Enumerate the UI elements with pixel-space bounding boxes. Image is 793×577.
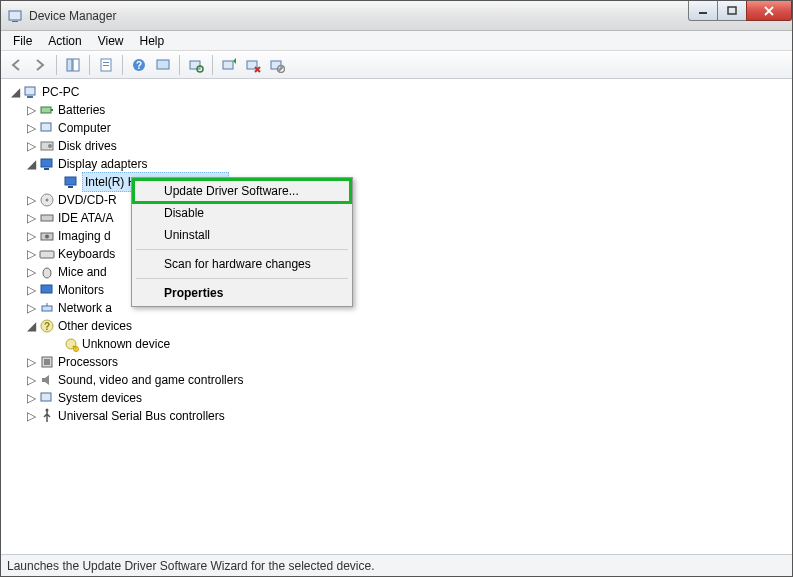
statusbar: Launches the Update Driver Software Wiza… xyxy=(1,554,792,576)
tree-label: Keyboards xyxy=(58,245,115,263)
tree-label: Display adapters xyxy=(58,155,147,173)
tree-label: Universal Serial Bus controllers xyxy=(58,407,225,425)
tree-item-other-devices[interactable]: ◢ ? Other devices xyxy=(5,317,792,335)
svg-rect-28 xyxy=(68,186,73,188)
tree-label: DVD/CD-R xyxy=(58,191,117,209)
expand-icon[interactable]: ▷ xyxy=(25,263,37,281)
svg-rect-21 xyxy=(51,109,53,111)
tree-item-dvd[interactable]: ▷ DVD/CD-R xyxy=(5,191,792,209)
back-button[interactable] xyxy=(5,54,27,76)
expand-icon[interactable]: ▷ xyxy=(25,353,37,371)
tree-item-processors[interactable]: ▷ Processors xyxy=(5,353,792,371)
menu-help[interactable]: Help xyxy=(132,32,173,50)
tree-item-monitors[interactable]: ▷ Monitors xyxy=(5,281,792,299)
tree-item-unknown-device[interactable]: ! Unknown device xyxy=(5,335,792,353)
tree-item-batteries[interactable]: ▷ Batteries xyxy=(5,101,792,119)
tree-item-keyboards[interactable]: ▷ Keyboards xyxy=(5,245,792,263)
expand-icon[interactable]: ▷ xyxy=(25,227,37,245)
network-icon xyxy=(39,300,55,316)
properties-toolbar-button[interactable] xyxy=(95,54,117,76)
sound-icon xyxy=(39,372,55,388)
svg-rect-19 xyxy=(27,96,33,98)
svg-point-35 xyxy=(43,268,51,278)
maximize-button[interactable] xyxy=(717,1,747,21)
tree-label: Mice and xyxy=(58,263,107,281)
svg-rect-26 xyxy=(44,168,49,170)
battery-icon xyxy=(39,102,55,118)
expand-icon[interactable]: ▷ xyxy=(25,119,37,137)
tree-item-disk-drives[interactable]: ▷ Disk drives xyxy=(5,137,792,155)
context-menu: Update Driver Software... Disable Uninst… xyxy=(131,177,353,307)
toolbar-separator xyxy=(89,55,90,75)
svg-rect-34 xyxy=(40,251,54,258)
cm-uninstall[interactable]: Uninstall xyxy=(134,224,350,246)
expand-icon[interactable]: ▷ xyxy=(25,281,37,299)
expand-icon[interactable]: ▷ xyxy=(25,389,37,407)
scan-hardware-button[interactable] xyxy=(185,54,207,76)
statusbar-text: Launches the Update Driver Software Wiza… xyxy=(7,559,375,573)
expand-icon[interactable]: ▷ xyxy=(25,245,37,263)
cm-update-driver[interactable]: Update Driver Software... xyxy=(134,180,350,202)
close-button[interactable] xyxy=(746,1,792,21)
tree-item-sound[interactable]: ▷ Sound, video and game controllers xyxy=(5,371,792,389)
tree-item-imaging[interactable]: ▷ Imaging d xyxy=(5,227,792,245)
collapse-icon[interactable]: ◢ xyxy=(25,317,37,335)
toolbar-separator xyxy=(56,55,57,75)
titlebar: Device Manager xyxy=(1,1,792,31)
tree-item-network[interactable]: ▷ Network a xyxy=(5,299,792,317)
cm-disable[interactable]: Disable xyxy=(134,202,350,224)
cm-scan-hardware[interactable]: Scan for hardware changes xyxy=(134,253,350,275)
view-toolbar-button[interactable] xyxy=(152,54,174,76)
svg-text:?: ? xyxy=(136,60,142,71)
svg-point-30 xyxy=(46,199,49,202)
expand-icon[interactable]: ▷ xyxy=(25,137,37,155)
tree-label: System devices xyxy=(58,389,142,407)
toolbar: ? xyxy=(1,51,792,79)
svg-text:!: ! xyxy=(75,346,76,352)
expand-icon[interactable]: ▷ xyxy=(25,299,37,317)
svg-rect-31 xyxy=(41,215,53,221)
tree-root[interactable]: ◢ PC-PC xyxy=(5,83,792,101)
menu-action[interactable]: Action xyxy=(40,32,89,50)
tree-item-mice[interactable]: ▷ Mice and xyxy=(5,263,792,281)
device-tree-pane[interactable]: ◢ PC-PC ▷ Batteries ▷ Computer ▷ Disk dr… xyxy=(1,79,792,554)
svg-point-46 xyxy=(46,409,49,412)
tree-item-display-adapters[interactable]: ◢ Display adapters xyxy=(5,155,792,173)
tree-item-computer[interactable]: ▷ Computer xyxy=(5,119,792,137)
svg-rect-45 xyxy=(41,393,51,401)
monitor-icon xyxy=(39,282,55,298)
svg-rect-36 xyxy=(41,285,52,293)
expand-icon[interactable]: ▷ xyxy=(25,191,37,209)
show-hide-tree-button[interactable] xyxy=(62,54,84,76)
svg-rect-37 xyxy=(42,306,52,311)
cm-properties[interactable]: Properties xyxy=(134,282,350,304)
menu-view[interactable]: View xyxy=(90,32,132,50)
menu-file[interactable]: File xyxy=(5,32,40,50)
tree-item-intel-hd-graphics[interactable]: Intel(R) HD Graphics 2000 xyxy=(5,173,792,191)
update-driver-toolbar-button[interactable] xyxy=(218,54,240,76)
system-icon xyxy=(39,390,55,406)
svg-rect-1 xyxy=(12,21,18,22)
uninstall-toolbar-button[interactable] xyxy=(242,54,264,76)
expand-icon[interactable]: ▷ xyxy=(25,371,37,389)
svg-rect-27 xyxy=(65,177,76,185)
tree-label: IDE ATA/A xyxy=(58,209,114,227)
collapse-icon[interactable]: ◢ xyxy=(9,83,21,101)
computer-icon xyxy=(39,120,55,136)
help-toolbar-button[interactable]: ? xyxy=(128,54,150,76)
svg-rect-16 xyxy=(271,61,281,69)
minimize-button[interactable] xyxy=(688,1,718,21)
disable-toolbar-button[interactable] xyxy=(266,54,288,76)
expand-icon[interactable]: ▷ xyxy=(25,209,37,227)
tree-item-usb[interactable]: ▷ Universal Serial Bus controllers xyxy=(5,407,792,425)
forward-button[interactable] xyxy=(29,54,51,76)
tree-label: Sound, video and game controllers xyxy=(58,371,243,389)
expand-icon[interactable]: ▷ xyxy=(25,101,37,119)
tree-item-system[interactable]: ▷ System devices xyxy=(5,389,792,407)
cm-separator xyxy=(136,278,348,279)
collapse-icon[interactable]: ◢ xyxy=(25,155,37,173)
cpu-icon xyxy=(39,354,55,370)
tree-item-ide[interactable]: ▷ IDE ATA/A xyxy=(5,209,792,227)
computer-icon xyxy=(23,84,39,100)
expand-icon[interactable]: ▷ xyxy=(25,407,37,425)
